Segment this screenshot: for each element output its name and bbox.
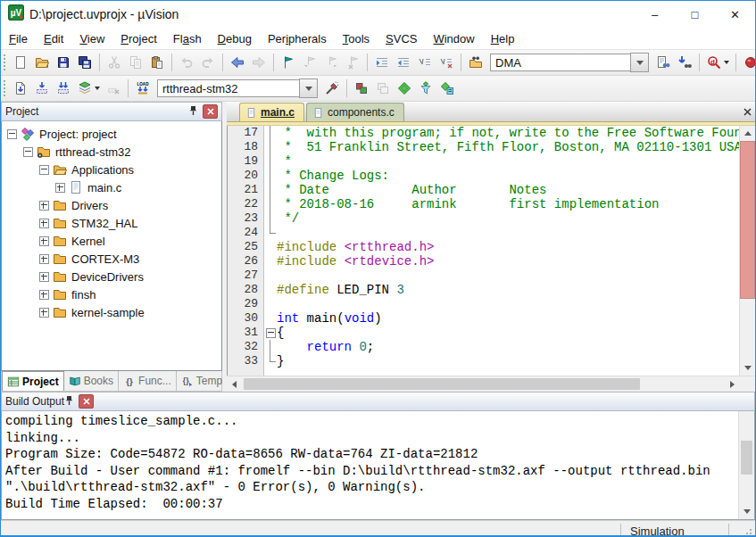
tree-item-finsh[interactable]: finsh — [2, 285, 221, 303]
debug-session-button[interactable] — [394, 78, 415, 99]
code-text[interactable]: #include <rtdevice.h> — [277, 254, 739, 268]
expand-icon[interactable] — [39, 272, 49, 282]
tree-item-main-c[interactable]: main.c — [2, 178, 221, 196]
fold-margin[interactable] — [264, 326, 277, 340]
menu-item-peripherals[interactable]: Peripherals — [260, 29, 335, 48]
tree-item-kernel[interactable]: Kernel — [2, 232, 221, 250]
editor-horizontal-scrollbar[interactable] — [227, 376, 755, 392]
collapse-icon[interactable] — [7, 129, 17, 139]
download-button[interactable]: LOAD — [132, 78, 154, 99]
scroll-down-icon[interactable] — [739, 504, 754, 519]
maximize-button[interactable]: □ — [675, 2, 715, 28]
code-text[interactable] — [277, 297, 739, 311]
code-text[interactable]: * with this program; if not, write to th… — [277, 126, 739, 140]
indent-button[interactable] — [371, 52, 393, 73]
code-text[interactable]: * Date Author Notes — [277, 183, 739, 197]
editor-vertical-scrollbar[interactable] — [739, 126, 755, 376]
translate-button[interactable] — [10, 78, 31, 99]
expand-icon[interactable] — [39, 236, 49, 246]
fold-collapse-icon[interactable] — [266, 328, 276, 338]
editor-hscroll-thumb[interactable] — [244, 378, 640, 390]
expand-icon[interactable] — [55, 183, 65, 193]
incremental-find-button[interactable] — [674, 52, 695, 73]
pack-installer-button[interactable] — [436, 78, 458, 99]
scroll-up-icon[interactable] — [740, 126, 755, 141]
find-button[interactable] — [652, 52, 674, 73]
menu-item-help[interactable]: Help — [483, 29, 523, 48]
tab-list-dropdown-icon[interactable] — [723, 103, 739, 120]
quick-search-button[interactable]: d — [703, 52, 732, 73]
code-text[interactable]: #define LED_PIN 3 — [277, 283, 739, 297]
menu-item-project[interactable]: Project — [112, 29, 164, 48]
editor-tab-components-c[interactable]: components.c — [306, 103, 404, 121]
options-for-target-button[interactable] — [321, 78, 343, 99]
tree-item-kernel-sample[interactable]: kernel-sample — [2, 303, 221, 321]
target-combo-dropdown[interactable] — [299, 78, 318, 98]
code-text[interactable]: } — [277, 354, 739, 368]
code-text[interactable]: * 2018-08-16 armink first implementation — [277, 197, 739, 211]
code-text[interactable] — [277, 226, 739, 240]
code-text[interactable]: * — [277, 154, 739, 169]
find-in-files-button[interactable] — [465, 52, 486, 73]
target-combo[interactable]: rtthread-stm32 — [157, 79, 318, 97]
editor-scroll-thumb[interactable] — [740, 141, 755, 299]
scroll-down-icon[interactable] — [740, 360, 755, 376]
toolbar-grip[interactable] — [3, 79, 7, 97]
build-button[interactable] — [31, 78, 53, 99]
code-text[interactable]: */ — [277, 211, 739, 226]
resize-grip[interactable] — [729, 521, 755, 537]
tree-item-project-project[interactable]: Project: project — [2, 125, 221, 143]
code-text[interactable]: { — [277, 326, 739, 340]
panel-tab-func[interactable]: {}Func... — [119, 371, 177, 391]
minimize-button[interactable]: – — [635, 2, 675, 28]
menu-item-tools[interactable]: Tools — [335, 29, 378, 48]
scroll-right-icon[interactable] — [725, 376, 740, 392]
build-output-close-icon[interactable] — [79, 394, 94, 409]
paste-button[interactable] — [146, 52, 168, 73]
close-document-icon[interactable] — [739, 103, 755, 120]
expand-icon[interactable] — [39, 219, 49, 228]
project-panel-close-icon[interactable] — [203, 104, 218, 119]
code-text[interactable]: #include <rtthread.h> — [277, 240, 739, 254]
code-text[interactable]: return 0; — [277, 340, 739, 354]
panel-tab-project[interactable]: Project — [2, 371, 64, 391]
save-all-button[interactable] — [74, 52, 96, 73]
menu-item-window[interactable]: Window — [425, 29, 482, 48]
build-output-scrollbar[interactable] — [738, 411, 754, 519]
tree-item-rtthread-stm32[interactable]: rtthread-stm32 — [2, 143, 221, 161]
open-file-button[interactable] — [31, 52, 53, 73]
target-combo-value[interactable]: rtthread-stm32 — [157, 79, 299, 97]
menu-item-svcs[interactable]: SVCS — [378, 29, 425, 48]
scroll-left-icon[interactable] — [227, 376, 242, 392]
navigate-back-button[interactable] — [227, 52, 248, 73]
batch-build-button[interactable] — [74, 78, 103, 99]
new-file-button[interactable] — [10, 52, 31, 73]
code-text[interactable]: * 51 Franklin Street, Fifth Floor, Bosto… — [277, 140, 739, 154]
expand-icon[interactable] — [39, 290, 49, 300]
expand-icon[interactable] — [39, 308, 49, 318]
uncomment-button[interactable] — [436, 52, 457, 73]
expand-icon[interactable] — [39, 201, 49, 211]
search-combo-dropdown[interactable] — [630, 53, 649, 72]
expand-icon[interactable] — [39, 254, 49, 264]
save-button[interactable] — [53, 52, 74, 73]
tree-item-cortex-m3[interactable]: CORTEX-M3 — [2, 250, 221, 268]
close-button[interactable]: ✕ — [715, 2, 755, 28]
search-combo-value[interactable]: DMA — [490, 54, 630, 71]
code-text[interactable] — [277, 268, 739, 283]
pin-icon[interactable] — [188, 105, 198, 119]
tree-item-stm32-hal[interactable]: STM32_HAL — [2, 214, 221, 232]
collapse-icon[interactable] — [39, 165, 49, 175]
select-packs-button[interactable] — [415, 78, 436, 99]
menu-item-edit[interactable]: Edit — [36, 29, 71, 48]
collapse-icon[interactable] — [23, 147, 33, 157]
tree-item-devicedrivers[interactable]: DeviceDrivers — [2, 268, 221, 285]
comment-button[interactable] — [414, 52, 436, 73]
code-text[interactable]: * Change Logs: — [277, 169, 739, 183]
build-output-scroll-thumb[interactable] — [741, 441, 752, 475]
rebuild-button[interactable] — [53, 78, 74, 99]
pin-icon[interactable] — [64, 395, 74, 409]
code-text[interactable]: int main(void) — [277, 311, 739, 326]
menu-item-file[interactable]: File — [1, 29, 36, 48]
search-combo[interactable]: DMA — [490, 54, 649, 71]
